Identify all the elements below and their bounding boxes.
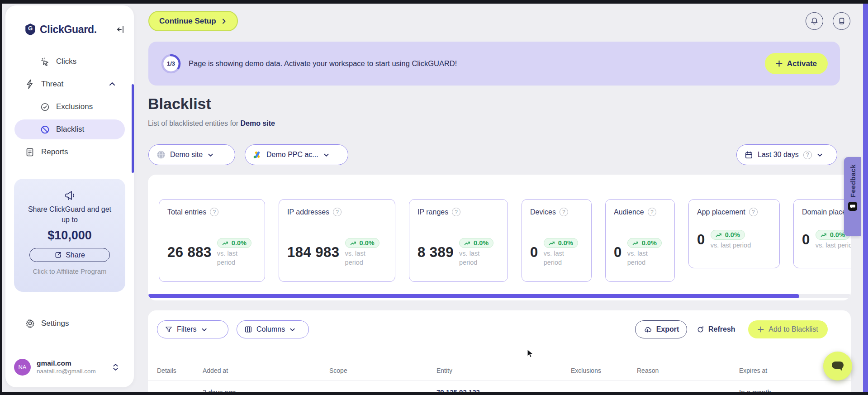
blacklist-table-panel: Filters Columns Export Refresh xyxy=(148,310,851,395)
export-button[interactable]: Export xyxy=(635,320,687,338)
trend-up-icon xyxy=(821,233,827,238)
brand-name: ClickGuard. xyxy=(40,24,97,36)
column-header-added-at[interactable]: Added at xyxy=(203,367,228,374)
gear-icon xyxy=(25,319,35,328)
feedback-tab[interactable]: Feedback xyxy=(844,157,861,236)
notifications-button[interactable] xyxy=(806,12,823,30)
sidebar-item-blacklist[interactable]: Blacklist xyxy=(14,119,125,139)
delta-value: 0.0% xyxy=(360,239,375,247)
sidebar-item-settings[interactable]: Settings xyxy=(25,319,69,328)
ppc-account-selector[interactable]: Demo PPC ac... xyxy=(245,144,348,165)
stat-label: IP addresses xyxy=(287,208,329,216)
stat-label: IP ranges xyxy=(417,208,448,216)
feedback-chat-icon xyxy=(848,202,857,211)
sidebar-collapse-icon[interactable] xyxy=(116,25,125,34)
date-range-selector[interactable]: Last 30 days ? xyxy=(736,144,837,165)
sidebar-scroll-indicator[interactable] xyxy=(132,84,134,173)
delta-badge: 0.0% xyxy=(345,238,379,248)
cloud-download-icon xyxy=(643,325,652,334)
sidebar: G ClickGuard. Clicks Threat xyxy=(5,5,134,387)
horizontal-scrollbar-thumb[interactable] xyxy=(148,294,799,298)
sidebar-item-threat[interactable]: Threat xyxy=(5,73,134,95)
help-icon[interactable]: ? xyxy=(452,208,460,216)
avatar: NA xyxy=(14,359,31,376)
column-header-scope[interactable]: Scope xyxy=(329,367,347,374)
help-icon[interactable]: ? xyxy=(333,208,342,216)
stat-card-audience: Audience? 0 0.0% vs. last period xyxy=(605,199,675,282)
chevron-up-icon[interactable] xyxy=(109,81,116,88)
window-edge-top xyxy=(0,0,868,4)
share-button-label: Share xyxy=(66,251,85,259)
delta-badge: 0.0% xyxy=(217,238,251,248)
column-header-entity[interactable]: Entity xyxy=(436,367,452,374)
refresh-button[interactable]: Refresh xyxy=(697,320,735,338)
stat-value: 8 389 xyxy=(417,244,454,261)
chat-widget-button[interactable] xyxy=(823,352,852,381)
share-button[interactable]: Share xyxy=(29,248,110,262)
stat-card-app-placement: App placement? 0 0.0% vs. last period xyxy=(688,199,780,268)
sidebar-item-exclusions[interactable]: Exclusions xyxy=(5,95,134,118)
add-to-blacklist-button[interactable]: Add to Blacklist xyxy=(748,320,828,338)
delta-value: 0.0% xyxy=(474,239,489,247)
page-subtitle: List of blacklisted entities for Demo si… xyxy=(148,119,275,128)
promo-heading: Share ClickGuard and get up to xyxy=(24,204,115,225)
continue-setup-button[interactable]: Continue Setup xyxy=(148,11,238,31)
window-edge-bottom xyxy=(0,392,868,395)
chevron-down-icon xyxy=(323,152,330,158)
stat-card-domain-placement: Domain placement? 0 0.0% vs. last period xyxy=(793,199,851,268)
stat-card-total-entries: Total entries? 26 883 0.0% vs. last peri… xyxy=(159,199,265,282)
column-header-exclusions[interactable]: Exclusions xyxy=(571,367,601,374)
sidebar-item-label: Blacklist xyxy=(56,125,84,134)
activate-button[interactable]: Activate xyxy=(765,53,828,74)
stat-value: 0 xyxy=(530,244,538,261)
columns-button[interactable]: Columns xyxy=(237,320,309,338)
stat-card-devices: Devices? 0 0.0% vs. last period xyxy=(522,199,592,282)
horizontal-scrollbar[interactable] xyxy=(148,294,851,298)
chevron-right-icon xyxy=(221,18,227,24)
stat-label: Domain placement xyxy=(802,208,851,216)
delta-badge: 0.0% xyxy=(459,238,493,248)
column-header-reason[interactable]: Reason xyxy=(637,367,659,374)
vs-last-period: vs. last period xyxy=(459,249,486,267)
external-link-icon xyxy=(54,251,62,259)
site-selector[interactable]: Demo site xyxy=(148,144,235,165)
site-selector-value: Demo site xyxy=(170,151,203,159)
stat-value: 0 xyxy=(697,232,705,248)
trend-up-icon xyxy=(632,241,639,246)
delta-value: 0.0% xyxy=(725,231,740,238)
vs-last-period: vs. last period xyxy=(217,249,244,267)
delta-value: 0.0% xyxy=(558,239,573,247)
sidebar-item-reports[interactable]: Reports xyxy=(5,141,134,163)
workspace-switcher[interactable]: NA gmail.com naatali.ro@gmail.com xyxy=(14,359,125,376)
delta-value: 0.0% xyxy=(830,231,845,238)
stat-label: App placement xyxy=(697,208,745,216)
stat-cards: Total entries? 26 883 0.0% vs. last peri… xyxy=(159,199,851,282)
trend-up-icon xyxy=(716,233,722,238)
help-icon[interactable]: ? xyxy=(803,151,812,159)
ppc-account-value: Demo PPC ac... xyxy=(266,151,318,159)
help-icon[interactable]: ? xyxy=(749,208,758,216)
page-scrollbar[interactable] xyxy=(863,4,868,392)
stat-label: Devices xyxy=(530,208,556,216)
app-screen: G ClickGuard. Clicks Threat xyxy=(0,0,868,395)
chevron-down-icon xyxy=(816,152,823,158)
columns-icon xyxy=(244,325,252,333)
columns-label: Columns xyxy=(256,325,285,333)
help-icon[interactable]: ? xyxy=(210,208,218,216)
setup-progress-ring: 1/3 xyxy=(161,53,181,74)
chevron-down-icon xyxy=(289,326,296,333)
page-subtitle-site: Demo site xyxy=(241,119,275,127)
window-edge-left xyxy=(0,0,2,395)
help-icon[interactable]: ? xyxy=(560,208,568,216)
page-subtitle-text: List of blacklisted entities for xyxy=(148,119,238,127)
delta-value: 0.0% xyxy=(232,239,247,247)
knowledge-base-button[interactable] xyxy=(833,12,850,30)
chevron-down-icon xyxy=(207,152,214,158)
sidebar-item-label: Reports xyxy=(41,148,68,157)
help-icon[interactable]: ? xyxy=(648,208,656,216)
column-header-details[interactable]: Details xyxy=(157,367,176,374)
column-header-expires-at[interactable]: Expires at xyxy=(739,367,767,374)
filters-button[interactable]: Filters xyxy=(157,320,228,338)
vs-last-period: vs. last period xyxy=(544,249,571,267)
sidebar-item-clicks[interactable]: Clicks xyxy=(5,50,134,73)
